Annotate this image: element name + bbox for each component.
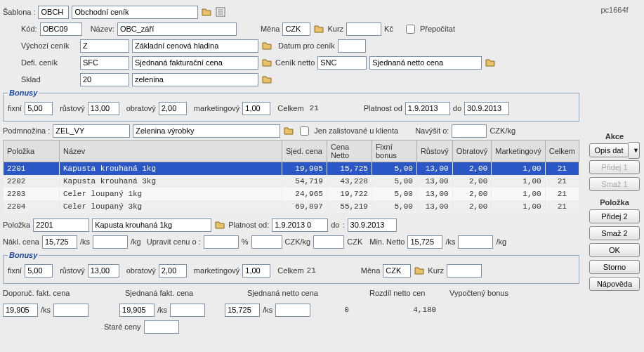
per-kg-1: /kg (131, 237, 141, 246)
table-row[interactable]: 2203Celer loupaný 1kg24,96519,7225,0013,… (4, 188, 579, 200)
platnost-od-input[interactable] (405, 102, 450, 115)
defi-cenik-open-icon[interactable] (261, 57, 272, 68)
sablona-name-input[interactable] (72, 6, 198, 19)
datum-pro-cenik-label: Datum pro ceník (278, 41, 335, 50)
smaz2-button[interactable]: Smaž 2 (589, 226, 640, 240)
kurz-input[interactable] (346, 22, 381, 36)
sjednana-netto2-input[interactable] (275, 304, 310, 317)
jen-zalistovane-checkbox[interactable] (300, 126, 309, 136)
d-obratovy[interactable] (159, 264, 187, 278)
upravit-czkkg[interactable] (251, 235, 282, 249)
ok-button[interactable]: OK (589, 243, 640, 257)
bonus-top-marketingovy[interactable] (242, 102, 270, 115)
col-nazev[interactable]: Název (60, 141, 282, 162)
sklad-name[interactable] (132, 73, 258, 86)
sablona-code-input[interactable] (38, 6, 69, 19)
min-netto-label: Min. Netto (369, 237, 405, 246)
cenik-netto-label: Ceník netto (275, 58, 315, 67)
upravit-pct[interactable] (204, 235, 239, 249)
napoveda-button[interactable]: Nápověda (589, 277, 640, 291)
akce-heading: Akce (589, 132, 640, 141)
doporuc2-input[interactable] (53, 304, 88, 317)
upravit-cenu-label: Upravit cenu o : (147, 237, 201, 246)
defi-cenik-code[interactable] (80, 56, 129, 70)
col-fixni[interactable]: Fixní bonus (372, 141, 416, 162)
min-netto-input[interactable] (407, 235, 442, 249)
czkkg-label: CZK/kg (285, 237, 311, 246)
mena-label: Měna (261, 25, 280, 33)
cenik-netto-open-icon[interactable] (485, 57, 496, 68)
detail-polozka-open-icon[interactable] (214, 219, 225, 230)
per-ks-2: /ks (445, 237, 455, 246)
detail-polozka-code[interactable] (33, 219, 89, 232)
form-id-label: pc1664f (589, 6, 640, 14)
nakl-cena-input[interactable] (42, 235, 77, 249)
podmnozina-open-icon[interactable] (283, 125, 294, 136)
col-sjed[interactable]: Sjed. cena (282, 141, 327, 162)
sjednana-netto-input[interactable] (225, 304, 260, 317)
d-fixni[interactable] (25, 264, 53, 278)
detail-do-label: do (331, 221, 339, 229)
vychozi-cenik-open-icon[interactable] (261, 40, 272, 51)
cenik-netto-name[interactable] (369, 56, 482, 70)
mena-open-icon[interactable] (313, 23, 324, 34)
vypocteny-bonus-head: Vypočtený bonus (449, 289, 508, 297)
col-netto[interactable]: Cena Netto (327, 141, 372, 162)
kod-input[interactable] (40, 22, 82, 36)
d-celkem: 21 (307, 266, 316, 275)
detail-platnost-do[interactable] (348, 219, 397, 232)
rozdil-head: Rozdíl netto cen (369, 289, 447, 297)
opis-dat-button[interactable]: Opis dat (589, 143, 629, 157)
datum-pro-cenik-input[interactable] (338, 39, 366, 53)
kc-label: Kč (384, 25, 393, 33)
mena-input[interactable] (282, 22, 310, 36)
vychozi-cenik-code[interactable] (80, 39, 129, 53)
col-polozka[interactable]: Položka (4, 141, 60, 162)
sjednana-fakt-input[interactable] (119, 304, 155, 317)
sablona-list-icon[interactable] (215, 6, 226, 18)
min-netto-kg[interactable] (458, 235, 493, 249)
col-rust[interactable]: Růstový (416, 141, 452, 162)
platnost-do-input[interactable] (464, 102, 509, 115)
sklad-open-icon[interactable] (261, 74, 272, 85)
col-celkem[interactable]: Celkem (545, 141, 579, 162)
nazev-input[interactable] (117, 22, 237, 36)
d-mena-open-icon[interactable] (414, 265, 425, 276)
bonus-top-rustovy[interactable] (88, 102, 119, 115)
bonus-top-fixni[interactable] (25, 102, 53, 115)
pct-label: % (242, 237, 249, 246)
sjednana-fakt2-input[interactable] (170, 304, 205, 317)
col-obrat[interactable]: Obratový (452, 141, 492, 162)
vychozi-cenik-name[interactable] (132, 39, 258, 53)
detail-platnost-od[interactable] (272, 219, 328, 232)
table-row[interactable]: 2201Kapusta krouhaná 1kg19,90515,7255,00… (4, 162, 579, 176)
pridej2-button[interactable]: Přidej 2 (589, 209, 640, 223)
opis-dat-dropdown[interactable]: ▼ (629, 142, 640, 159)
vychozi-cenik-label: Výchozí ceník (21, 41, 77, 50)
items-table[interactable]: Položka Název Sjed. cena Cena Netto Fixn… (3, 140, 579, 213)
col-mkt[interactable]: Marketingový (492, 141, 545, 162)
sablona-open-icon[interactable] (201, 6, 212, 18)
nakl-kg-input[interactable] (93, 235, 128, 249)
bonus-top-obratovy[interactable] (159, 102, 187, 115)
sklad-code[interactable] (80, 73, 129, 86)
table-row[interactable]: 2202Kapusta krouhaná 3kg54,71943,2285,00… (4, 175, 579, 188)
d-mena[interactable] (383, 264, 411, 278)
upravit-czk[interactable] (313, 235, 344, 249)
defi-cenik-name[interactable] (132, 56, 258, 70)
stare-ceny-input[interactable] (144, 320, 179, 334)
d-rustovy[interactable] (88, 264, 119, 278)
bonus-top-celkem: 21 (310, 104, 319, 112)
storno-button[interactable]: Storno (589, 260, 640, 274)
table-row[interactable]: 2204Celer loupaný 3kg69,89755,2195,0013,… (4, 200, 579, 213)
cenik-netto-code[interactable] (317, 56, 367, 70)
d-marketingovy[interactable] (242, 264, 270, 278)
navysit-o-input[interactable] (452, 124, 487, 138)
podmnozina-name[interactable] (133, 124, 280, 138)
podmnozina-code[interactable] (53, 124, 130, 138)
d-rustovy-label: růstový (60, 266, 84, 275)
doporuc-input[interactable] (3, 304, 38, 317)
d-kurz[interactable] (447, 264, 482, 278)
prepocitat-checkbox[interactable] (406, 25, 415, 34)
detail-polozka-name[interactable] (92, 219, 211, 232)
